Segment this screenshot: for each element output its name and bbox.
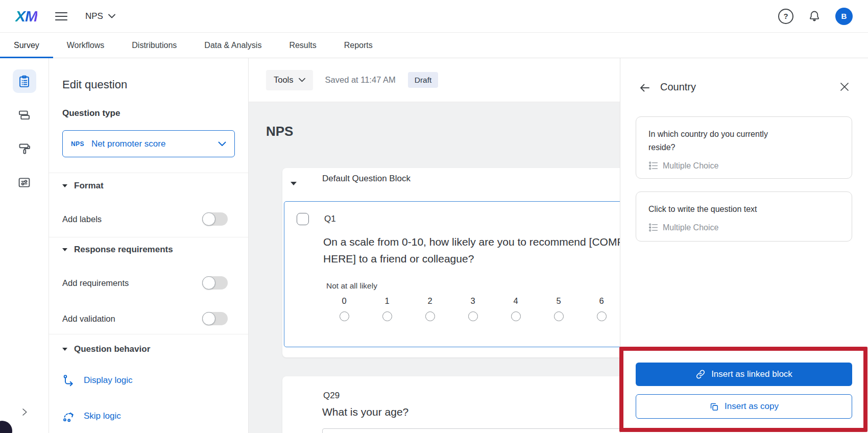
divider bbox=[49, 334, 248, 334]
radio-2[interactable] bbox=[425, 311, 435, 321]
sidebar-item-survey-options[interactable] bbox=[13, 171, 36, 194]
user-avatar[interactable]: B bbox=[835, 8, 853, 25]
toggle-knob bbox=[202, 212, 215, 226]
panel-title: Country bbox=[660, 81, 696, 93]
chevron-right-icon bbox=[20, 407, 29, 417]
help-icon[interactable]: ? bbox=[778, 9, 793, 24]
hamburger-menu-icon[interactable] bbox=[55, 11, 68, 22]
status-badge: Draft bbox=[408, 72, 439, 88]
scale-option-3: 3 bbox=[451, 296, 494, 321]
survey-title: NPS bbox=[266, 124, 293, 139]
question-preview-card-country[interactable]: In which country do you currently reside… bbox=[636, 116, 852, 179]
app-header: XM NPS ? B bbox=[0, 0, 868, 33]
collapse-triangle-icon bbox=[62, 184, 67, 187]
collapse-triangle-icon bbox=[62, 348, 67, 351]
scale-option-6: 6 bbox=[580, 296, 620, 321]
radio-4[interactable] bbox=[511, 311, 521, 321]
insert-as-linked-block-button[interactable]: Insert as linked block bbox=[636, 363, 852, 386]
sidebar-item-survey-builder[interactable] bbox=[13, 69, 36, 93]
canvas-toolbar: Tools Saved at 11:47 AM Draft bbox=[249, 58, 620, 102]
radio-6[interactable] bbox=[597, 311, 607, 321]
display-logic-link[interactable]: Display logic bbox=[62, 374, 132, 387]
q1-text[interactable]: On a scale from 0-10, how likely are you… bbox=[323, 233, 620, 267]
q29-id: Q29 bbox=[323, 391, 340, 401]
scale-option-0: 0 bbox=[323, 296, 366, 321]
radio-3[interactable] bbox=[468, 311, 478, 321]
q29-text-entry-box[interactable] bbox=[322, 428, 620, 433]
top-nav-tabs: Survey Workflows Distributions Data & An… bbox=[0, 33, 868, 58]
clipboard-list-icon bbox=[17, 75, 31, 88]
builder-sidebar-rail bbox=[0, 58, 49, 433]
tools-button[interactable]: Tools bbox=[266, 70, 313, 90]
expand-sidebar-chevron[interactable] bbox=[0, 407, 49, 417]
collapse-triangle-icon bbox=[62, 248, 67, 251]
block-collapse-triangle-icon[interactable] bbox=[291, 182, 297, 185]
sidebar-item-look-and-feel[interactable] bbox=[13, 137, 36, 160]
chevron-down-icon bbox=[108, 14, 115, 18]
divider bbox=[49, 237, 248, 237]
radio-5[interactable] bbox=[554, 311, 564, 321]
link-icon bbox=[695, 369, 706, 379]
tab-reports[interactable]: Reports bbox=[330, 33, 387, 58]
back-arrow-icon[interactable] bbox=[639, 82, 651, 94]
autosave-status: Saved at 11:47 AM bbox=[325, 75, 396, 85]
tab-workflows[interactable]: Workflows bbox=[53, 33, 118, 58]
add-labels-row: Add labels bbox=[62, 212, 228, 226]
sidebar-item-blocks[interactable] bbox=[13, 103, 36, 127]
question-type-label: Question type bbox=[62, 108, 120, 118]
section-question-behavior[interactable]: Question behavior bbox=[62, 344, 150, 354]
display-logic-icon bbox=[62, 374, 76, 387]
scale-option-2: 2 bbox=[408, 296, 451, 321]
section-response-requirements[interactable]: Response requirements bbox=[62, 245, 173, 255]
skip-logic-link[interactable]: Skip logic bbox=[62, 410, 121, 423]
question-q29-card[interactable]: Q29 What is your age? bbox=[282, 376, 620, 433]
q29-text[interactable]: What is your age? bbox=[322, 406, 408, 418]
project-name: NPS bbox=[85, 11, 103, 21]
radio-0[interactable] bbox=[340, 311, 349, 321]
page-body: Edit question Question type NPS Net prom… bbox=[0, 58, 868, 433]
settings-sliders-icon bbox=[17, 176, 31, 189]
xm-logo: XM bbox=[15, 8, 37, 25]
question-block-card: Default Question Block Q1 On a scale fro… bbox=[282, 168, 620, 357]
q1-id: Q1 bbox=[324, 214, 336, 224]
add-validation-row: Add validation bbox=[62, 312, 228, 325]
notifications-bell-icon[interactable] bbox=[808, 10, 821, 23]
edit-question-panel: Edit question Question type NPS Net prom… bbox=[49, 58, 249, 433]
scale-option-4: 4 bbox=[494, 296, 537, 321]
tab-data-analysis[interactable]: Data & Analysis bbox=[190, 33, 275, 58]
add-validation-toggle[interactable] bbox=[202, 312, 228, 325]
divider bbox=[49, 173, 248, 173]
q1-scale-left-label: Not at all likely bbox=[326, 281, 377, 291]
tab-survey[interactable]: Survey bbox=[0, 33, 53, 58]
question-type-select[interactable]: NPS Net promoter score bbox=[62, 130, 235, 157]
blocks-icon bbox=[17, 108, 31, 122]
paint-roller-icon bbox=[17, 142, 31, 156]
chevron-down-icon bbox=[299, 78, 305, 82]
nps-type-badge: NPS bbox=[71, 140, 84, 148]
header-actions: ? B bbox=[778, 8, 853, 25]
q1-checkbox[interactable] bbox=[297, 213, 309, 225]
project-switcher[interactable]: NPS bbox=[85, 11, 115, 21]
add-labels-toggle[interactable] bbox=[202, 212, 228, 226]
edit-question-title: Edit question bbox=[62, 78, 127, 91]
question-type-row: Multiple Choice bbox=[648, 161, 839, 171]
skip-logic-icon bbox=[62, 410, 76, 423]
tab-distributions[interactable]: Distributions bbox=[118, 33, 190, 58]
chat-widget-bubble[interactable] bbox=[0, 421, 12, 433]
toggle-knob bbox=[202, 276, 215, 290]
toggle-knob bbox=[202, 312, 215, 325]
add-requirements-toggle[interactable] bbox=[202, 276, 228, 290]
radio-1[interactable] bbox=[382, 311, 392, 321]
insert-as-copy-button[interactable]: Insert as copy bbox=[636, 394, 852, 419]
close-icon[interactable] bbox=[839, 82, 850, 92]
scale-option-1: 1 bbox=[366, 296, 408, 321]
copy-icon bbox=[709, 402, 719, 412]
question-q1[interactable]: Q1 On a scale from 0-10, how likely are … bbox=[284, 201, 620, 347]
multiple-choice-icon bbox=[648, 161, 658, 171]
question-type-value: Net promoter score bbox=[91, 139, 166, 149]
add-requirements-row: Add requirements bbox=[62, 276, 228, 290]
question-preview-card-blank[interactable]: Click to write the question text Multipl… bbox=[636, 191, 852, 242]
import-question-panel: Country In which country do you currentl… bbox=[620, 58, 868, 433]
section-format[interactable]: Format bbox=[62, 181, 104, 191]
tab-results[interactable]: Results bbox=[275, 33, 330, 58]
